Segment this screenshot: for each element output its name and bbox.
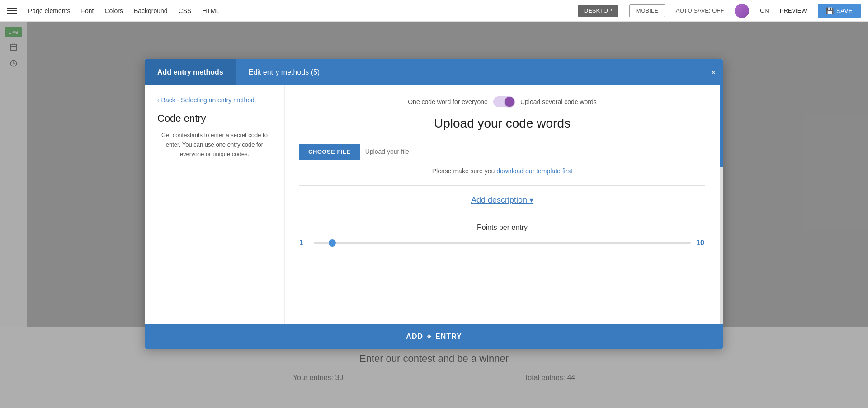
slider-max-label: 10 [696,239,705,247]
preview-button[interactable]: PREVIEW [780,7,807,14]
nav-font[interactable]: Font [81,7,94,14]
modal: Add entry methods Edit entry methods (5)… [145,59,723,349]
section-title: Upload your code words [299,116,705,131]
sidebar-description: Get contestants to enter a secret code t… [157,131,272,159]
scrollbar-thumb[interactable] [720,85,723,167]
save-button[interactable]: 💾 SAVE [818,4,861,18]
choose-file-button[interactable]: CHOOSE FILE [299,144,360,160]
avatar[interactable] [735,4,749,18]
modal-sidebar: ‹ Back - Selecting an entry method. Code… [145,85,285,349]
hamburger-menu[interactable] [7,8,17,14]
tab-edit-entry[interactable]: Edit entry methods (5) [236,59,332,85]
entry-icon: ⎆ [427,332,432,341]
toggle-right-label: Upload several code words [520,98,597,105]
nav-css[interactable]: CSS [179,7,192,14]
add-description-row: Add description ▾ [299,195,705,205]
save-icon: 💾 [826,7,834,14]
on-label: ON [760,7,769,14]
modal-body: ‹ Back - Selecting an entry method. Code… [145,85,723,349]
slider-min-label: 1 [299,239,308,247]
autosave-status: AUTO SAVE: OFF [676,7,724,14]
slider-track[interactable] [314,242,691,244]
toggle-left-label: One code word for everyone [408,98,488,105]
sidebar-title: Code entry [157,113,272,124]
upload-file-input[interactable] [360,143,705,160]
upload-row: CHOOSE FILE [299,143,705,160]
nav-background[interactable]: Background [134,7,168,14]
mobile-button[interactable]: MOBILE [629,4,665,17]
modal-close-button[interactable]: × [711,68,716,77]
modal-scrollbar[interactable] [720,85,723,349]
slider-thumb[interactable] [329,239,336,247]
download-template-link[interactable]: download our template first [496,167,572,175]
points-label: Points per entry [299,223,705,232]
toolbar: Page elements Font Colors Background CSS… [0,0,868,22]
toggle-switch[interactable] [493,96,515,107]
nav-page-elements[interactable]: Page elements [28,7,70,14]
add-entry-button[interactable]: ADD ⎆ ENTRY [145,324,723,349]
nav-html[interactable]: HTML [202,7,219,14]
toggle-row: One code word for everyone Upload severa… [299,96,705,107]
nav-colors[interactable]: Colors [104,7,123,14]
divider-2 [299,214,705,214]
tab-add-entry[interactable]: Add entry methods [145,59,236,85]
upload-hint: Please make sure you download our templa… [299,167,705,175]
back-link[interactable]: ‹ Back - Selecting an entry method. [157,96,272,104]
modal-header: Add entry methods Edit entry methods (5)… [145,59,723,85]
toggle-knob [505,97,514,107]
slider-row: 1 10 [299,239,705,247]
modal-content: One code word for everyone Upload severa… [285,85,720,349]
add-description-link[interactable]: Add description ▾ [471,195,533,205]
desktop-button[interactable]: DESKTOP [578,5,618,17]
divider-1 [299,185,705,186]
